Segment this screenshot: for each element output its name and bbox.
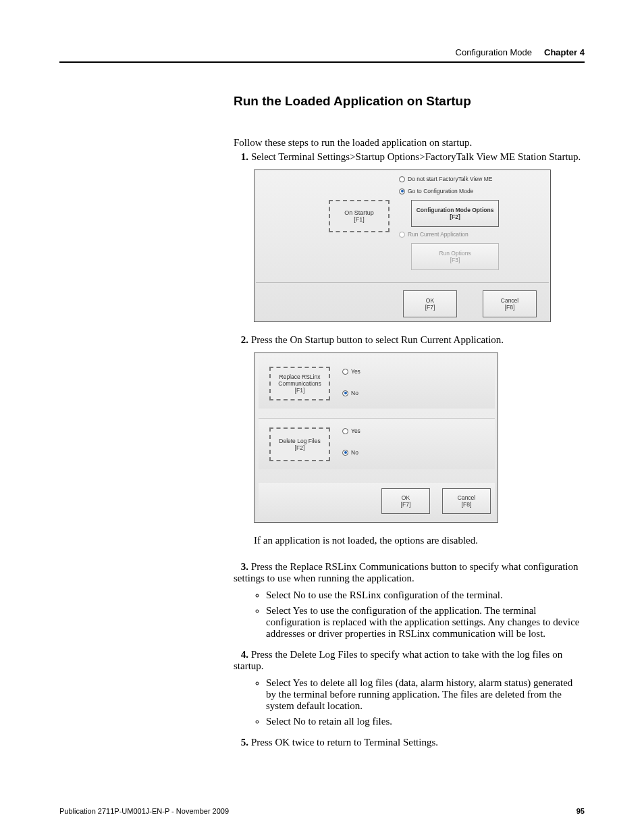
button-key: [F2] bbox=[295, 444, 305, 451]
button-label: Replace RSLinx Communications bbox=[271, 373, 329, 387]
replace-rslinx-button[interactable]: Replace RSLinx Communications [F1] bbox=[269, 367, 330, 400]
radio-label: Run Current Application bbox=[408, 231, 468, 238]
step-text: Press the On Startup button to select Ru… bbox=[251, 334, 504, 345]
step-num: 5. bbox=[234, 737, 248, 748]
bullet: Select No to use the RSLinx configuratio… bbox=[266, 590, 585, 601]
step-1: 1.Select Terminal Settings>Startup Optio… bbox=[234, 151, 585, 322]
step-num: 4. bbox=[234, 649, 248, 660]
radio-label: Yes bbox=[351, 427, 360, 434]
step-text: Press the Delete Log Files to specify wh… bbox=[234, 649, 562, 671]
step-3: 3.Press the Replace RSLinx Communication… bbox=[234, 561, 585, 640]
button-label: Configuration Mode Options bbox=[417, 207, 494, 213]
header-chapter: Chapter 4 bbox=[544, 47, 585, 57]
step-3-bullets: Select No to use the RSLinx configuratio… bbox=[254, 590, 585, 640]
radio-icon bbox=[342, 450, 348, 456]
page-footer: Publication 2711P-UM001J-EN-P - November… bbox=[59, 807, 585, 815]
button-key: [F7] bbox=[425, 304, 435, 311]
button-key: [F2] bbox=[450, 213, 460, 220]
header-rule bbox=[59, 61, 585, 63]
button-label: OK bbox=[402, 494, 410, 501]
on-startup-button[interactable]: On Startup [F1] bbox=[329, 200, 390, 232]
delete-log-button[interactable]: Delete Log Files [F2] bbox=[269, 427, 330, 461]
note-disabled: If an application is not loaded, the opt… bbox=[254, 535, 585, 546]
delete-yes-radio[interactable]: Yes bbox=[342, 427, 360, 434]
radio-icon bbox=[399, 232, 405, 238]
page-number: 95 bbox=[576, 807, 585, 815]
run-options-button[interactable]: Run Options [F3] bbox=[411, 243, 499, 270]
radio-go-to-config[interactable]: Go to Configuration Mode bbox=[399, 188, 473, 194]
step-text: Press the Replace RSLinx Communications … bbox=[234, 561, 579, 583]
bullet: Select No to retain all log files. bbox=[266, 716, 585, 727]
delete-no-radio[interactable]: No bbox=[342, 449, 358, 456]
ok-button[interactable]: OK [F7] bbox=[381, 488, 430, 514]
radio-do-not-start[interactable]: Do not start FactoryTalk View ME bbox=[399, 176, 493, 182]
radio-icon bbox=[399, 188, 405, 194]
screenshot-run-options: Replace RSLinx Communications [F1] Yes N… bbox=[254, 353, 498, 523]
replace-no-radio[interactable]: No bbox=[342, 390, 358, 396]
cancel-button[interactable]: Cancel [F8] bbox=[442, 488, 491, 514]
radio-icon bbox=[342, 369, 348, 375]
page-header: Configuration Mode Chapter 4 bbox=[59, 47, 585, 57]
radio-label: Yes bbox=[351, 368, 360, 375]
button-key: [F3] bbox=[450, 257, 460, 263]
button-key: [F8] bbox=[505, 304, 515, 311]
button-label: Cancel bbox=[501, 297, 518, 304]
intro-text: Follow these steps to run the loaded app… bbox=[234, 137, 585, 149]
bullet: Select Yes to use the configuration of t… bbox=[266, 605, 585, 640]
bullet: Select Yes to delete all log files (data… bbox=[266, 677, 585, 712]
on-startup-label: On Startup bbox=[344, 209, 374, 216]
button-key: [F7] bbox=[401, 501, 411, 508]
step-4-bullets: Select Yes to delete all log files (data… bbox=[254, 677, 585, 727]
step-2: 2.Press the On Startup button to select … bbox=[234, 334, 585, 546]
radio-run-current[interactable]: Run Current Application bbox=[399, 231, 468, 238]
radio-label: No bbox=[351, 390, 358, 396]
step-num: 1. bbox=[234, 151, 248, 163]
radio-icon bbox=[342, 390, 348, 396]
step-text: Select Terminal Settings>Startup Options… bbox=[251, 151, 581, 162]
radio-icon bbox=[342, 428, 348, 434]
step-text: Press OK twice to return to Terminal Set… bbox=[251, 737, 438, 748]
screenshot-startup-options: On Startup [F1] Do not start FactoryTalk… bbox=[254, 170, 551, 322]
ok-button[interactable]: OK [F7] bbox=[403, 290, 457, 317]
button-label: Cancel bbox=[458, 494, 475, 501]
radio-label: No bbox=[351, 449, 358, 456]
button-label: Run Options bbox=[439, 250, 471, 257]
button-label: Delete Log Files bbox=[279, 438, 320, 444]
separator bbox=[256, 282, 549, 283]
on-startup-key: [F1] bbox=[354, 216, 365, 223]
header-section: Configuration Mode bbox=[456, 47, 532, 57]
publication-info: Publication 2711P-UM001J-EN-P - November… bbox=[59, 807, 229, 815]
radio-icon bbox=[399, 176, 405, 182]
step-num: 3. bbox=[234, 561, 248, 573]
radio-label: Do not start FactoryTalk View ME bbox=[408, 176, 493, 182]
step-5: 5.Press OK twice to return to Terminal S… bbox=[234, 737, 585, 748]
section-title: Run the Loaded Application on Startup bbox=[234, 94, 585, 109]
cancel-button[interactable]: Cancel [F8] bbox=[483, 290, 537, 317]
radio-label: Go to Configuration Mode bbox=[408, 188, 473, 194]
config-mode-options-button[interactable]: Configuration Mode Options [F2] bbox=[411, 200, 499, 227]
replace-yes-radio[interactable]: Yes bbox=[342, 368, 360, 375]
step-4: 4.Press the Delete Log Files to specify … bbox=[234, 649, 585, 727]
button-key: [F1] bbox=[295, 387, 305, 394]
button-key: [F8] bbox=[462, 501, 472, 508]
button-label: OK bbox=[426, 297, 434, 304]
step-num: 2. bbox=[234, 334, 248, 346]
